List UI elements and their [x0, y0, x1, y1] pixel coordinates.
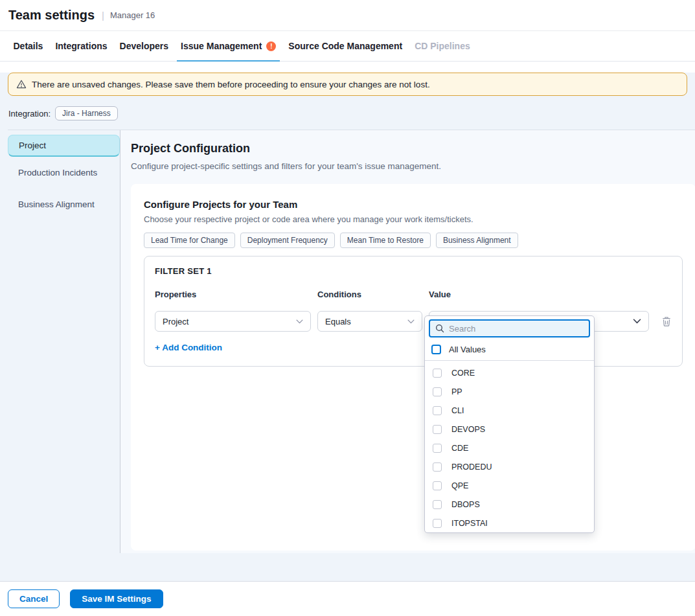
- option-core[interactable]: CORE: [425, 363, 594, 382]
- warning-message: There are unsaved changes. Please save t…: [32, 80, 430, 89]
- option-devops[interactable]: DEVOPS: [425, 420, 594, 439]
- chip-business-alignment[interactable]: Business Alignment: [436, 233, 518, 248]
- column-header-value: Value: [429, 290, 649, 299]
- page-header: Team settings | Manager 16: [0, 0, 695, 31]
- dropdown-options-list: CORE PP CLI DEVOPS CDE PRODEDU QPE DBOPS…: [425, 361, 594, 533]
- tab-bar: Details Integrations Developers Issue Ma…: [0, 31, 695, 62]
- integration-chip[interactable]: Jira - Harness: [55, 106, 118, 120]
- column-header-conditions: Conditions: [317, 290, 429, 299]
- option-checkbox[interactable]: [433, 387, 442, 396]
- dropdown-search-box: [429, 319, 590, 337]
- sidebar-item-business-alignment[interactable]: Business Alignment: [8, 188, 120, 220]
- filter-column-headers: Properties Conditions Value: [155, 290, 672, 299]
- main-panel: Project Configuration Configure project-…: [120, 130, 695, 553]
- option-checkbox[interactable]: [433, 406, 442, 415]
- tab-details[interactable]: Details: [10, 31, 47, 61]
- tab-integrations[interactable]: Integrations: [51, 31, 111, 61]
- option-checkbox[interactable]: [433, 481, 442, 490]
- title-separator: |: [102, 10, 104, 21]
- option-cli[interactable]: CLI: [425, 401, 594, 420]
- chevron-down-icon: [296, 319, 303, 324]
- trash-icon: [661, 316, 672, 327]
- filter-set-1: FILTER SET 1 Properties Conditions Value…: [144, 256, 683, 367]
- add-condition-button[interactable]: + Add Condition: [155, 343, 222, 352]
- properties-select[interactable]: Project: [155, 311, 311, 332]
- sidebar-item-production-incidents[interactable]: Production Incidents: [8, 157, 120, 188]
- option-checkbox[interactable]: [433, 500, 442, 509]
- option-checkbox[interactable]: [433, 519, 442, 528]
- card-subtitle: Choose your respective project or code a…: [144, 214, 683, 224]
- team-name: Manager 16: [110, 10, 155, 20]
- chip-deployment-frequency[interactable]: Deployment Frequency: [240, 233, 335, 248]
- integration-label: Integration:: [8, 109, 51, 119]
- option-itopstai[interactable]: ITOPSTAI: [425, 514, 594, 532]
- option-qpe[interactable]: QPE: [425, 476, 594, 495]
- delete-condition-button[interactable]: [661, 316, 672, 327]
- column-header-properties: Properties: [155, 290, 317, 299]
- tab-issue-management[interactable]: Issue Management !: [177, 31, 280, 61]
- chevron-down-icon: [633, 319, 641, 324]
- section-subtitle: Configure project-specific settings and …: [131, 161, 695, 171]
- tab-cd-pipelines[interactable]: CD Pipelines: [411, 31, 474, 61]
- chip-lead-time-for-change[interactable]: Lead Time for Change: [144, 233, 235, 248]
- cancel-button[interactable]: Cancel: [8, 589, 60, 608]
- option-checkbox[interactable]: [433, 425, 442, 434]
- metric-chips-row: Lead Time for Change Deployment Frequenc…: [144, 233, 683, 248]
- option-all-values[interactable]: All Values: [425, 341, 594, 361]
- option-checkbox[interactable]: [433, 369, 442, 378]
- page-title: Team settings: [8, 8, 95, 23]
- all-values-checkbox[interactable]: [431, 345, 441, 354]
- unsaved-changes-banner: There are unsaved changes. Please save t…: [8, 73, 687, 96]
- save-im-settings-button[interactable]: Save IM Settings: [70, 589, 163, 608]
- card-title: Configure Projects for your Team: [144, 199, 683, 210]
- option-checkbox[interactable]: [433, 444, 442, 453]
- value-dropdown-panel: All Values CORE PP CLI DEVOPS CDE PRODED…: [424, 315, 595, 533]
- settings-sidebar: Project Production Incidents Business Al…: [8, 130, 120, 553]
- configure-projects-card: Configure Projects for your Team Choose …: [131, 184, 695, 551]
- tab-developers[interactable]: Developers: [116, 31, 172, 61]
- section-title: Project Configuration: [131, 142, 695, 155]
- integration-row: Integration: Jira - Harness: [8, 106, 695, 121]
- dropdown-search-input[interactable]: [449, 324, 584, 334]
- filter-set-title: FILTER SET 1: [155, 266, 672, 276]
- search-icon: [435, 324, 444, 333]
- chip-mean-time-to-restore[interactable]: Mean Time to Restore: [340, 233, 431, 248]
- option-checkbox[interactable]: [433, 462, 442, 472]
- footer-action-bar: Cancel Save IM Settings: [0, 581, 695, 616]
- warning-icon: [16, 79, 27, 89]
- sidebar-item-project[interactable]: Project: [8, 135, 120, 157]
- option-cde[interactable]: CDE: [425, 439, 594, 457]
- conditions-select[interactable]: Equals: [317, 311, 422, 332]
- option-pp[interactable]: PP: [425, 382, 594, 401]
- chevron-down-icon: [407, 319, 415, 324]
- unsaved-alert-badge: !: [266, 41, 276, 51]
- tab-source-code-management[interactable]: Source Code Management: [284, 31, 406, 61]
- option-dbops[interactable]: DBOPS: [425, 495, 594, 514]
- option-prodedu[interactable]: PRODEDU: [425, 457, 594, 476]
- option-pipe[interactable]: PIPE: [425, 532, 594, 533]
